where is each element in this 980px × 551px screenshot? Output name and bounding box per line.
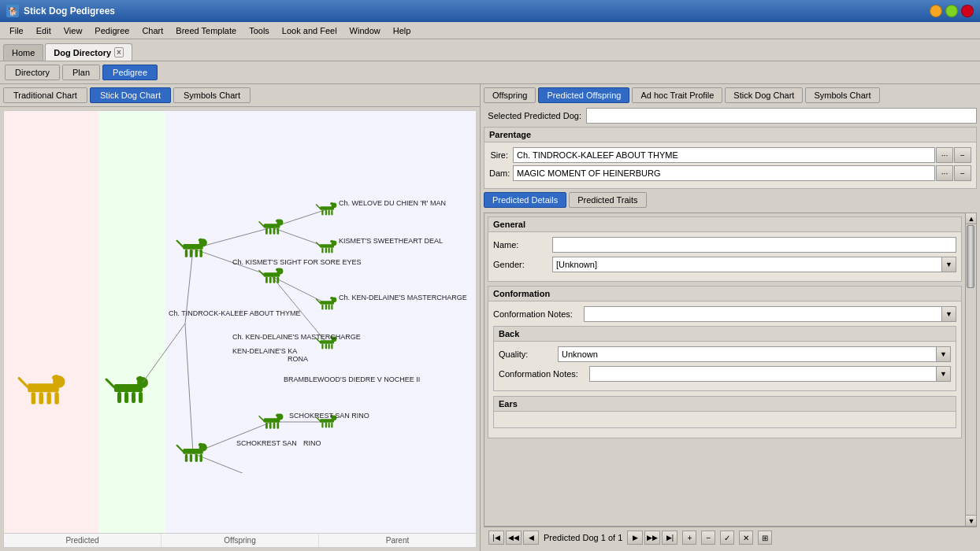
nav-add-btn[interactable]: + [682,531,696,545]
menu-look-and-feel[interactable]: Look and Feel [276,24,343,37]
svg-rect-6 [46,392,51,404]
sub-tab-directory[interactable]: Directory [5,65,60,80]
details-scroll-area[interactable]: General Name: Gender: [Unknown] [484,213,977,527]
dam-input[interactable] [513,165,935,181]
svg-rect-96 [320,301,334,305]
stick-chart-area: Ch. WELOVE DU CHIEN 'R' MAN Ch. KISMET'S… [4,111,476,533]
right-panel: Offspring Predicted Offspring Ad hoc Tra… [481,84,980,551]
menu-chart[interactable]: Chart [135,24,169,37]
svg-rect-106 [321,344,323,349]
title-bar: 🐕 Stick Dog Pedigrees [0,0,980,22]
ears-section: Ears [493,396,956,428]
sub-tab-plan[interactable]: Plan [62,65,100,80]
chart-tab-symbols[interactable]: Symbols Chart [173,87,251,103]
tab-dog-directory-close[interactable]: × [114,47,124,57]
name-input[interactable] [552,237,956,253]
svg-rect-43 [190,454,192,462]
legend-offspring: Offspring [161,534,319,547]
menu-bar: File Edit View Pedigree Chart Breed Temp… [0,22,980,39]
conformation-notes-arrow[interactable]: ▼ [942,306,956,322]
right-tab-adhoc[interactable]: Ad hoc Trait Profile [632,87,722,103]
sire-input[interactable] [513,147,935,163]
sub-tab-pedigree[interactable]: Pedigree [102,65,158,80]
menu-breed-template[interactable]: Breed Template [169,24,243,37]
right-tab-stick-dog[interactable]: Stick Dog Chart [725,87,803,103]
conformation-notes-select-wrapper: ▼ [584,306,956,322]
detail-tab-predicted-traits[interactable]: Predicted Traits [569,192,646,208]
menu-edit[interactable]: Edit [30,24,58,37]
back-quality-select[interactable]: Unknown [558,346,937,362]
name-row: Name: [493,237,956,253]
conformation-section: Conformation Conformation Notes: ▼ [488,286,962,438]
sire-minus-btn[interactable]: − [954,147,971,163]
detail-tab-predicted-details[interactable]: Predicted Details [484,192,566,208]
chart-tab-traditional[interactable]: Traditional Chart [3,87,87,103]
sub-tab-bar: Directory Plan Pedigree [0,61,980,84]
back-quality-select-wrapper: Unknown ▼ [558,346,951,362]
sire-more-btn[interactable]: ··· [936,147,953,163]
back-quality-arrow[interactable]: ▼ [937,346,951,362]
nav-prev-page-btn[interactable]: ◀◀ [506,531,522,545]
dam-minus-btn[interactable]: − [954,165,971,181]
parentage-section-header: Parentage [484,128,976,142]
svg-rect-67 [269,423,272,429]
scroll-down-arrow[interactable]: ▼ [966,515,977,526]
right-tab-offspring[interactable]: Offspring [484,87,536,103]
nav-first-btn[interactable]: |◀ [488,531,504,545]
chart-legend: Predicted Offspring Parent [4,533,476,547]
back-notes-select[interactable] [589,366,937,382]
scrollbar[interactable]: ▲ ▼ [965,213,976,526]
scroll-thumb[interactable] [967,225,974,288]
svg-rect-84 [329,210,330,216]
svg-line-54 [259,222,264,227]
menu-help[interactable]: Help [387,24,418,37]
tab-home-label: Home [12,48,35,57]
minimize-button[interactable] [930,5,942,17]
nav-next-page-btn[interactable]: ▶▶ [644,531,660,545]
nav-last-btn[interactable]: ▶| [662,531,677,545]
nav-cancel-btn[interactable]: ✕ [739,531,753,545]
name-label: Name: [493,240,552,250]
svg-text:Ch. KISMET'S SIGHT FOR SORE EY: Ch. KISMET'S SIGHT FOR SORE EYES [232,258,362,266]
back-section: Back Quality: Unknown ▼ [493,326,956,391]
back-notes-label: Conformation Notes: [499,369,589,379]
menu-pedigree[interactable]: Pedigree [88,24,135,37]
sire-row: Sire: ··· − [489,147,971,163]
details-content: General Name: Gender: [Unknown] [484,213,965,526]
gender-select-arrow[interactable]: ▼ [942,257,956,272]
nav-delete-btn[interactable]: − [701,531,715,545]
nav-copy-btn[interactable]: ⊞ [758,531,772,545]
menu-window[interactable]: Window [343,24,387,37]
svg-rect-14 [132,392,135,403]
maximize-button[interactable] [945,5,958,17]
svg-rect-59 [269,277,272,283]
svg-rect-114 [321,423,323,428]
svg-text:RINO: RINO [303,439,321,447]
svg-rect-109 [331,344,332,349]
nav-prev-btn[interactable]: ◀ [523,531,539,545]
dam-more-btn[interactable]: ··· [936,165,953,181]
svg-rect-91 [325,248,327,253]
back-section-header: Back [494,327,956,342]
back-notes-arrow[interactable]: ▼ [937,366,951,382]
tab-home[interactable]: Home [3,44,43,61]
nav-next-btn[interactable]: ▶ [627,531,643,545]
conformation-notes-select[interactable] [584,306,942,322]
menu-tools[interactable]: Tools [243,24,276,37]
menu-view[interactable]: View [58,24,89,37]
left-panel: Traditional Chart Stick Dog Chart Symbol… [0,84,481,551]
chart-tab-stick-dog[interactable]: Stick Dog Chart [90,87,171,103]
svg-rect-88 [320,244,334,248]
right-tab-symbols[interactable]: Symbols Chart [805,87,879,103]
nav-confirm-btn[interactable]: ✓ [720,531,734,545]
scroll-up-arrow[interactable]: ▲ [966,213,977,224]
svg-rect-13 [124,392,128,403]
gender-select[interactable]: [Unknown] Male Female [552,257,942,272]
tab-dog-directory[interactable]: Dog Directory × [45,43,132,61]
svg-rect-90 [321,248,323,253]
right-tab-predicted-offspring[interactable]: Predicted Offspring [538,87,629,103]
close-button[interactable] [961,5,974,17]
menu-file[interactable]: File [3,24,30,37]
selected-predicted-dog-input[interactable] [586,108,977,124]
svg-rect-37 [200,250,202,257]
